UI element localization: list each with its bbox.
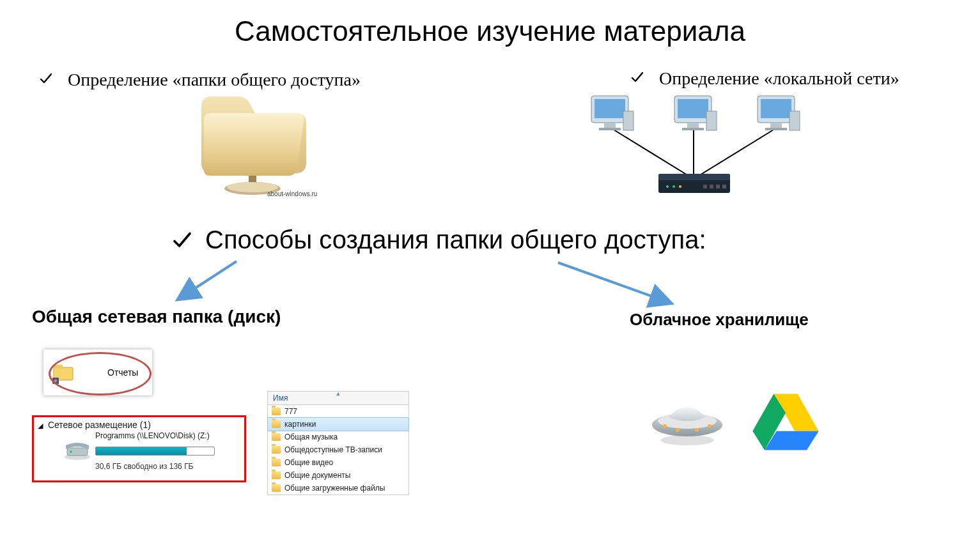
svg-line-31 xyxy=(558,263,665,301)
svg-point-23 xyxy=(666,185,669,188)
svg-point-24 xyxy=(673,185,675,188)
list-item: картинки xyxy=(267,417,409,431)
folder-list-screenshot: ▲ Имя 777картинкиОбщая музыкаОбщедоступн… xyxy=(267,391,409,495)
network-folder-icon xyxy=(189,88,316,199)
slide-title: Самостоятельное изучение материала xyxy=(0,15,980,47)
definition-lan: Определение «локальной сети» xyxy=(630,68,899,89)
svg-rect-19 xyxy=(765,128,787,130)
cloud-storage-icons xyxy=(646,387,831,457)
svg-point-39 xyxy=(660,435,714,445)
lan-diagram-icon xyxy=(582,89,805,204)
svg-line-5 xyxy=(694,128,777,179)
subhead-network-folder: Общая сетевая папка (диск) xyxy=(32,307,281,327)
checkmark-icon xyxy=(38,71,56,89)
highlight-ellipse xyxy=(49,352,152,395)
svg-rect-13 xyxy=(687,123,699,128)
svg-point-25 xyxy=(679,185,681,188)
svg-point-43 xyxy=(676,428,680,432)
list-item: Общие документы xyxy=(268,469,408,482)
network-location-screenshot: ◢ Сетевое размещение (1) Programms (\\LE… xyxy=(32,415,246,482)
checkmark-icon xyxy=(171,229,194,252)
disk-usage-bar xyxy=(95,447,215,456)
arrow-left-icon xyxy=(176,259,246,303)
checkmark-icon xyxy=(630,70,648,88)
column-header-name-text: Имя xyxy=(273,394,288,402)
svg-rect-10 xyxy=(623,111,634,130)
svg-line-30 xyxy=(183,261,237,296)
list-item-label: Общая музыка xyxy=(284,433,338,441)
folder-icon xyxy=(272,446,281,454)
list-item: Общие загруженные файлы xyxy=(268,482,408,494)
list-item-label: 777 xyxy=(284,407,297,416)
subhead-cloud-storage: Облачное хранилище xyxy=(630,310,809,330)
folder-icon xyxy=(272,433,281,441)
slide: Самостоятельное изучение материала Опред… xyxy=(0,0,980,552)
svg-rect-28 xyxy=(716,185,720,188)
svg-rect-8 xyxy=(604,123,616,128)
ways-heading: Способы создания папки общего доступа: xyxy=(171,226,706,254)
list-item-label: Общие загруженные файлы xyxy=(284,484,385,493)
svg-rect-20 xyxy=(789,111,800,130)
list-item: 777 xyxy=(268,405,408,418)
expand-triangle-icon: ◢ xyxy=(38,422,43,430)
svg-rect-12 xyxy=(678,99,708,118)
svg-point-45 xyxy=(708,424,712,428)
svg-point-38 xyxy=(70,450,72,453)
svg-rect-27 xyxy=(710,185,713,188)
svg-rect-7 xyxy=(595,99,625,118)
list-item-label: картинки xyxy=(284,420,316,429)
definition-lan-text: Определение «локальной сети» xyxy=(659,68,899,89)
svg-rect-9 xyxy=(599,128,621,130)
folder-icon xyxy=(272,484,281,492)
folder-icon xyxy=(272,408,281,415)
reports-folder-screenshot: Отчеты xyxy=(43,349,152,395)
column-header-name: ▲ Имя xyxy=(268,392,408,405)
disk-space-text: 30,6 ГБ свободно из 136 ГБ xyxy=(95,462,244,471)
yandex-disk-icon xyxy=(646,393,729,450)
list-item: Общие видео xyxy=(268,456,408,469)
svg-rect-17 xyxy=(761,99,791,118)
svg-rect-14 xyxy=(682,128,704,130)
folder-icon xyxy=(272,471,281,479)
arrow-right-icon xyxy=(553,260,674,310)
svg-rect-22 xyxy=(658,174,730,180)
network-location-header-text: Сетевое размещение (1) xyxy=(48,420,151,430)
folder-icon xyxy=(272,420,281,428)
network-drive-label: Programms (\\LENOVO\Disk) (Z:) xyxy=(95,431,244,440)
network-drive-icon xyxy=(63,441,91,461)
list-item-label: Общие документы xyxy=(284,471,350,480)
svg-rect-29 xyxy=(722,185,726,188)
ways-heading-text: Способы создания папки общего доступа: xyxy=(205,226,706,254)
image-caption: about-windows.ru xyxy=(267,190,317,197)
google-drive-icon xyxy=(751,392,821,452)
list-item-label: Общие видео xyxy=(284,458,333,467)
network-location-header: ◢ Сетевое размещение (1) xyxy=(34,417,244,431)
svg-point-42 xyxy=(663,424,667,428)
svg-rect-26 xyxy=(703,185,707,188)
sort-indicator-icon: ▲ xyxy=(336,390,341,397)
svg-rect-18 xyxy=(770,123,782,128)
list-item: Общедоступные ТВ-записи xyxy=(268,443,408,456)
list-item: Общая музыка xyxy=(268,431,408,443)
folder-icon xyxy=(272,459,281,466)
svg-point-44 xyxy=(695,428,699,432)
list-item-label: Общедоступные ТВ-записи xyxy=(284,445,382,454)
svg-rect-15 xyxy=(706,111,717,130)
svg-line-3 xyxy=(611,128,694,179)
